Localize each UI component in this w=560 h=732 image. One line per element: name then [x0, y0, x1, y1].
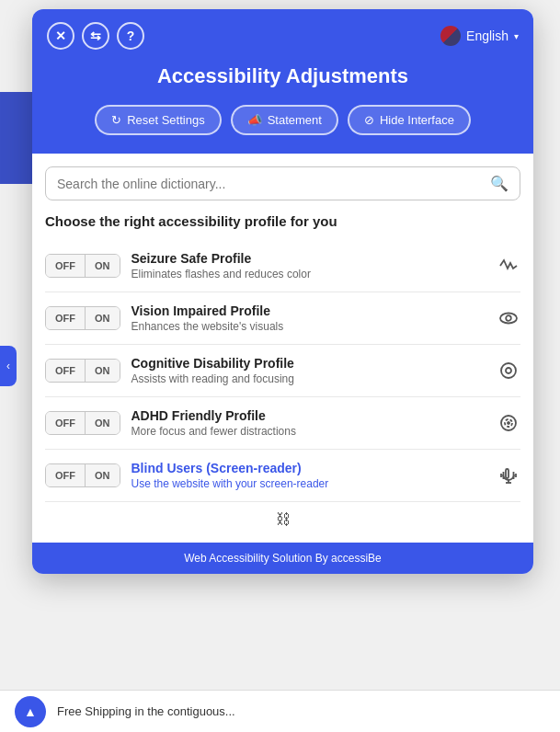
list-item: OFF ON ADHD Friendly Profile More focus … — [45, 397, 520, 450]
header-icons-left: ✕ ⇆ ? — [47, 22, 144, 50]
eye-icon — [497, 306, 520, 330]
back-button[interactable]: ⇆ — [82, 22, 109, 50]
vision-toggle[interactable]: OFF ON — [45, 306, 120, 330]
seizure-icon — [497, 254, 520, 278]
hide-interface-button[interactable]: ⊘ Hide Interface — [348, 105, 471, 135]
cognitive-icon — [497, 359, 520, 383]
list-item: OFF ON Seizure Safe Profile Eliminates f… — [45, 240, 520, 292]
back-icon: ⇆ — [90, 29, 101, 43]
profile-desc: Enhances the website's visuals — [131, 320, 486, 333]
toggle-on-adhd[interactable]: ON — [86, 412, 120, 434]
svg-point-3 — [506, 368, 511, 373]
close-button[interactable]: ✕ — [47, 22, 74, 50]
adhd-icon — [497, 411, 520, 435]
panel-header: ✕ ⇆ ? English ▾ Accessibility Adjustment… — [32, 9, 533, 154]
panel-title: Accessibility Adjustments — [47, 64, 519, 88]
toggle-off-cognitive[interactable]: OFF — [46, 360, 85, 382]
svg-point-1 — [506, 315, 511, 321]
flag-icon — [440, 26, 461, 46]
panel-footer: Web Accessibility Solution By accessiBe — [32, 543, 533, 574]
profile-name: Seizure Safe Profile — [131, 251, 486, 266]
audio-icon — [497, 463, 520, 487]
toggle-on-blind[interactable]: ON — [86, 464, 120, 486]
link-icon: ⛓ — [45, 511, 520, 528]
profile-desc: More focus and fewer distractions — [131, 425, 486, 438]
search-container: 🔍 — [32, 154, 533, 200]
search-input[interactable] — [57, 177, 483, 191]
blind-toggle[interactable]: OFF ON — [45, 463, 120, 487]
svg-point-2 — [501, 363, 516, 378]
toggle-on-vision[interactable]: ON — [86, 307, 120, 329]
toggle-off-vision[interactable]: OFF — [46, 307, 85, 329]
profile-name: Vision Impaired Profile — [131, 303, 486, 318]
svg-point-6 — [508, 422, 509, 424]
bottom-shipping-bar: ▲ Free Shipping in the contiguous... — [0, 690, 560, 732]
reset-settings-button[interactable]: ↻ Reset Settings — [95, 105, 222, 135]
link-row: ⛓ — [45, 502, 520, 530]
help-button[interactable]: ? — [117, 22, 144, 50]
cognitive-toggle[interactable]: OFF ON — [45, 359, 120, 383]
profile-desc: Use the website with your screen-reader — [131, 477, 486, 490]
svg-rect-7 — [506, 469, 509, 478]
search-icon: 🔍 — [490, 176, 509, 191]
profile-desc: Eliminates flashes and reduces color — [131, 268, 486, 280]
toggle-on-seizure[interactable]: ON — [86, 255, 120, 277]
toggle-on-cognitive[interactable]: ON — [86, 360, 120, 382]
language-selector[interactable]: English ▾ — [440, 26, 519, 46]
profiles-section: Choose the right accessibility profile f… — [32, 200, 533, 543]
statement-button[interactable]: 📣 Statement — [231, 105, 338, 135]
toggle-off-seizure[interactable]: OFF — [46, 255, 85, 277]
search-button[interactable]: 🔍 — [490, 175, 509, 192]
profile-desc: Assists with reading and focusing — [131, 372, 486, 385]
reset-icon: ↻ — [111, 113, 121, 127]
chevron-down-icon: ▾ — [514, 31, 519, 41]
adhd-toggle[interactable]: OFF ON — [45, 411, 120, 435]
language-label: English — [466, 29, 509, 43]
profile-name: Cognitive Disability Profile — [131, 356, 486, 371]
statement-icon: 📣 — [247, 113, 262, 127]
footer-label: Web Accessibility Solution By accessiBe — [184, 552, 382, 565]
toggle-off-adhd[interactable]: OFF — [46, 412, 85, 434]
search-box: 🔍 — [45, 166, 520, 200]
profiles-heading: Choose the right accessibility profile f… — [45, 213, 520, 229]
profile-name: Blind Users (Screen-reader) — [131, 461, 486, 475]
profile-name: ADHD Friendly Profile — [131, 408, 486, 423]
hide-icon: ⊘ — [364, 113, 374, 127]
seizure-toggle[interactable]: OFF ON — [45, 254, 120, 278]
list-item: OFF ON Cognitive Disability Profile Assi… — [45, 345, 520, 397]
shipping-icon: ▲ — [15, 696, 46, 727]
accessibility-panel: ✕ ⇆ ? English ▾ Accessibility Adjustment… — [32, 9, 533, 574]
list-item: OFF ON Vision Impaired Profile Enhances … — [45, 292, 520, 345]
svg-point-0 — [500, 314, 517, 324]
shipping-text: Free Shipping in the contiguous... — [57, 704, 235, 718]
list-item: OFF ON Blind Users (Screen-reader) Use t… — [45, 450, 520, 502]
collapse-tab[interactable]: ‹ — [0, 346, 17, 386]
toggle-off-blind[interactable]: OFF — [46, 464, 85, 486]
header-buttons: ↻ Reset Settings 📣 Statement ⊘ Hide Inte… — [47, 105, 519, 135]
